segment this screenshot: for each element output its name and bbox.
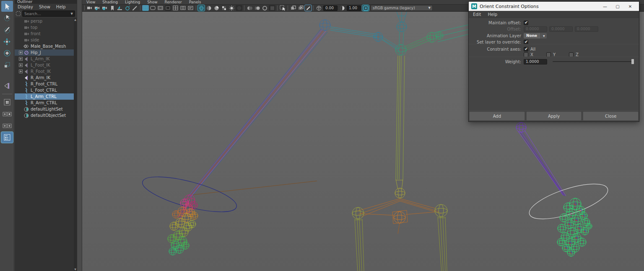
outliner-menu-display[interactable]: Display [18, 5, 33, 9]
weight-slider[interactable] [553, 61, 634, 62]
offset-z-field[interactable]: 0.0000 [575, 26, 598, 32]
ik-handle-tool[interactable] [1, 80, 13, 91]
colorspace-dropdown[interactable]: sRGB gamma (legacy)▼ [371, 5, 433, 11]
expand-icon[interactable] [19, 57, 23, 61]
resolution-gate-icon[interactable] [157, 5, 164, 11]
viewport-menu-show[interactable]: Show [147, 0, 157, 4]
outliner-item-persp[interactable]: persp [15, 18, 74, 24]
ao-icon[interactable] [246, 5, 253, 11]
expand-icon[interactable] [19, 63, 23, 67]
xray-joints-icon[interactable] [297, 5, 304, 11]
set-layer-checkbox[interactable] [524, 40, 528, 44]
slider-handle[interactable] [631, 59, 634, 64]
pan-zoom-icon[interactable] [124, 5, 131, 11]
gate-mask-icon[interactable] [165, 5, 171, 11]
exposure-icon[interactable] [315, 5, 322, 11]
shadows-icon[interactable] [236, 5, 242, 11]
selection-mask-icon[interactable] [16, 11, 21, 16]
dialog-menu-help[interactable]: Help [488, 12, 497, 17]
layout-pair-b[interactable] [1, 120, 13, 131]
gamma-icon[interactable] [362, 5, 369, 11]
select-tool[interactable] [1, 1, 13, 12]
exposure-field[interactable]: 0.00 [323, 5, 338, 11]
outliner-item-front[interactable]: front [15, 31, 74, 37]
expand-icon[interactable] [19, 70, 23, 73]
safe-title-icon[interactable] [187, 5, 194, 11]
camera-select-icon[interactable] [86, 5, 93, 11]
bookmark-icon[interactable] [109, 5, 116, 11]
smooth-shade-icon[interactable] [205, 5, 212, 11]
move-tool[interactable] [1, 36, 13, 47]
grid-icon[interactable] [142, 5, 149, 11]
panel-separator[interactable] [77, 0, 82, 271]
xray-icon[interactable] [290, 5, 296, 11]
offset-x-field[interactable]: 0.0000 [524, 26, 547, 32]
field-chart-icon[interactable] [172, 5, 179, 11]
checker-icon[interactable] [221, 5, 227, 11]
outliner-item-defaultobjectset[interactable]: defaultObjectSet [15, 112, 74, 119]
outliner-item-l_arm_ik[interactable]: L_Arm_IK [15, 56, 74, 62]
motion-blur-icon[interactable] [254, 5, 260, 11]
camera-attrs-icon[interactable] [101, 5, 108, 11]
viewport-menu-lighting[interactable]: Lighting [125, 0, 140, 4]
image-plane-icon[interactable] [117, 5, 123, 11]
film-gate-icon[interactable] [150, 5, 156, 11]
dialog-menu-edit[interactable]: Edit [473, 12, 481, 17]
contrast-field[interactable]: 1.00 [347, 5, 361, 11]
multisample-icon[interactable] [261, 5, 268, 11]
scroll-up-icon[interactable]: ▲ [74, 18, 77, 21]
outliner-item-top[interactable]: top [15, 24, 74, 31]
search-input[interactable]: Search... ▼ [22, 10, 75, 17]
viewport-menu-view[interactable]: View [86, 0, 95, 4]
lasso-tool[interactable] [1, 13, 13, 23]
render-overrides-icon[interactable] [269, 5, 275, 11]
axes-all-checkbox[interactable] [524, 47, 528, 52]
scale-tool[interactable] [1, 59, 13, 70]
outliner-item-l_foot_ik[interactable]: L_Foot_IK [15, 62, 74, 68]
apply-button[interactable]: Apply [526, 111, 582, 121]
offset-y-field[interactable]: 0.0000 [549, 26, 573, 32]
outliner-item-r_foot_ik[interactable]: R_Foot_IK [15, 68, 74, 75]
layout-pair-a[interactable] [1, 108, 13, 119]
animation-layer-dropdown[interactable]: None [524, 33, 540, 39]
dialog-titlebar[interactable]: M Orient Constraint Options — ▢ ✕ [469, 2, 639, 11]
outliner-tab[interactable]: Outliner [15, 0, 77, 4]
outliner-item-hip_j[interactable]: Hip_J [15, 49, 74, 56]
close-button[interactable]: Close [583, 111, 639, 121]
paint-select-tool[interactable] [1, 24, 13, 35]
axis-z-checkbox[interactable] [569, 52, 574, 57]
outliner-item-r_arm_ctrl[interactable]: R_Arm_CTRL [15, 100, 74, 106]
close-icon[interactable]: ✕ [624, 2, 636, 10]
lights-icon[interactable] [228, 5, 235, 11]
layout-single-pane[interactable] [1, 97, 13, 108]
add-button[interactable]: Add [469, 111, 525, 121]
wireframe-icon[interactable] [198, 5, 205, 11]
grease-pencil-icon[interactable] [132, 5, 138, 11]
weight-field[interactable]: 1.0000 [524, 59, 547, 65]
isolate-select-icon[interactable] [279, 5, 286, 11]
contrast-icon[interactable] [339, 5, 345, 11]
chevron-down-icon[interactable]: ▼ [71, 12, 73, 15]
outliner-item-l_foot_ctrl[interactable]: L_Foot_CTRL [15, 87, 74, 93]
safe-action-icon[interactable] [180, 5, 187, 11]
outliner-menu-help[interactable]: Help [56, 5, 66, 9]
textured-icon[interactable] [213, 5, 220, 11]
selection-highlight-icon[interactable] [305, 5, 312, 11]
axis-x-checkbox[interactable] [524, 52, 528, 57]
expand-icon[interactable] [19, 51, 23, 54]
outliner-item-side[interactable]: side [15, 37, 74, 43]
outliner-item-male_base_mesh[interactable]: Male_Base_Mesh [15, 43, 74, 49]
dropdown-arrow-icon[interactable]: ▼ [540, 33, 547, 39]
viewport-menu-renderer[interactable]: Renderer [165, 0, 182, 4]
maximize-button[interactable]: ▢ [611, 2, 624, 10]
outliner-item-l_arm_ctrl[interactable]: L_Arm_CTRL [15, 93, 74, 100]
layout-outliner-persp[interactable] [1, 132, 13, 143]
minimize-button[interactable]: — [599, 2, 611, 10]
outliner-item-r_foot_ctrl[interactable]: R_Foot_CTRL [15, 81, 74, 87]
camera-lock-icon[interactable] [94, 5, 101, 11]
outliner-scrollbar[interactable]: ▲ ▼ [74, 18, 77, 271]
outliner-menu-show[interactable]: Show [39, 5, 50, 9]
maintain-offset-checkbox[interactable] [524, 21, 528, 25]
scroll-down-icon[interactable]: ▼ [74, 268, 77, 271]
outliner-item-defaultlightset[interactable]: defaultLightSet [15, 106, 74, 112]
